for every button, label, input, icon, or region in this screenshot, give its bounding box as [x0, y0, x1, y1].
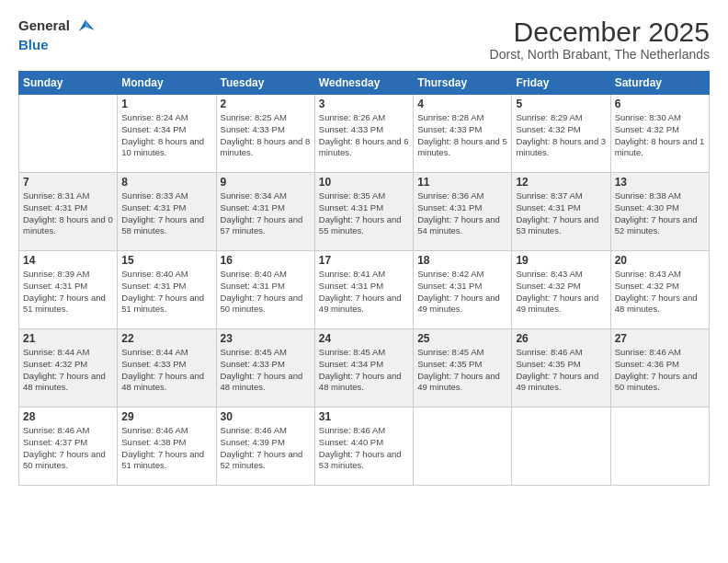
sunrise-text: Sunrise: 8:26 AM	[319, 112, 385, 122]
day-number: 24	[319, 332, 409, 345]
daylight-text: Daylight: 7 hours and 50 minutes.	[615, 371, 698, 393]
daylight-text: Daylight: 7 hours and 52 minutes.	[221, 449, 303, 471]
table-row: 19 Sunrise: 8:43 AM Sunset: 4:32 PM Dayl…	[512, 251, 610, 329]
table-row: 21 Sunrise: 8:44 AM Sunset: 4:32 PM Dayl…	[19, 329, 118, 408]
day-number: 31	[319, 410, 409, 423]
sunrise-text: Sunrise: 8:46 AM	[516, 347, 582, 357]
daylight-text: Daylight: 7 hours and 48 minutes.	[221, 371, 303, 393]
sunrise-text: Sunrise: 8:28 AM	[417, 112, 483, 122]
table-row: 2 Sunrise: 8:25 AM Sunset: 4:33 PM Dayli…	[216, 95, 314, 173]
daylight-text: Daylight: 8 hours and 8 minutes.	[221, 136, 311, 158]
day-detail: Sunrise: 8:46 AM Sunset: 4:35 PM Dayligh…	[516, 347, 606, 394]
day-detail: Sunrise: 8:31 AM Sunset: 4:31 PM Dayligh…	[23, 190, 113, 237]
daylight-text: Daylight: 7 hours and 48 minutes.	[319, 371, 402, 393]
sunset-text: Sunset: 4:36 PM	[615, 359, 679, 369]
daylight-text: Daylight: 7 hours and 48 minutes.	[23, 371, 106, 393]
day-detail: Sunrise: 8:33 AM Sunset: 4:31 PM Dayligh…	[121, 190, 211, 237]
daylight-text: Daylight: 8 hours and 3 minutes.	[516, 136, 606, 158]
sunset-text: Sunset: 4:31 PM	[417, 202, 482, 213]
daylight-text: Daylight: 7 hours and 51 minutes.	[121, 293, 204, 315]
main-title: December 2025	[490, 17, 710, 47]
day-detail: Sunrise: 8:44 AM Sunset: 4:32 PM Dayligh…	[23, 347, 113, 394]
daylight-text: Daylight: 7 hours and 53 minutes.	[319, 449, 402, 471]
sunset-text: Sunset: 4:32 PM	[516, 281, 580, 291]
daylight-text: Daylight: 7 hours and 54 minutes.	[417, 214, 500, 236]
day-detail: Sunrise: 8:44 AM Sunset: 4:33 PM Dayligh…	[121, 347, 211, 394]
sunrise-text: Sunrise: 8:40 AM	[121, 269, 188, 279]
sunrise-text: Sunrise: 8:24 AM	[121, 112, 188, 122]
day-detail: Sunrise: 8:45 AM Sunset: 4:35 PM Dayligh…	[417, 347, 507, 394]
day-number: 4	[417, 98, 507, 110]
day-number: 16	[221, 254, 311, 267]
day-detail: Sunrise: 8:25 AM Sunset: 4:33 PM Dayligh…	[221, 112, 311, 159]
sunset-text: Sunset: 4:33 PM	[221, 124, 285, 134]
sunset-text: Sunset: 4:31 PM	[121, 202, 186, 213]
sunset-text: Sunset: 4:31 PM	[221, 281, 285, 291]
daylight-text: Daylight: 7 hours and 58 minutes.	[121, 214, 204, 236]
sunrise-text: Sunrise: 8:30 AM	[615, 112, 681, 122]
sunrise-text: Sunrise: 8:46 AM	[221, 425, 287, 435]
sunrise-text: Sunrise: 8:29 AM	[516, 112, 582, 122]
sunset-text: Sunset: 4:31 PM	[221, 202, 285, 213]
day-detail: Sunrise: 8:45 AM Sunset: 4:33 PM Dayligh…	[221, 347, 311, 394]
logo: General Blue	[18, 17, 96, 53]
table-row	[414, 408, 512, 486]
table-row: 25 Sunrise: 8:45 AM Sunset: 4:35 PM Dayl…	[414, 329, 512, 408]
daylight-text: Daylight: 7 hours and 49 minutes.	[319, 293, 402, 315]
table-row	[19, 95, 118, 173]
day-detail: Sunrise: 8:26 AM Sunset: 4:33 PM Dayligh…	[319, 112, 409, 159]
sunset-text: Sunset: 4:33 PM	[417, 124, 482, 134]
table-row: 13 Sunrise: 8:38 AM Sunset: 4:30 PM Dayl…	[610, 173, 709, 251]
day-number: 18	[417, 254, 507, 267]
table-row	[610, 408, 709, 486]
day-detail: Sunrise: 8:24 AM Sunset: 4:34 PM Dayligh…	[121, 112, 211, 159]
sunset-text: Sunset: 4:33 PM	[221, 359, 285, 369]
day-number: 14	[23, 254, 113, 267]
day-number: 5	[516, 98, 606, 110]
table-row: 1 Sunrise: 8:24 AM Sunset: 4:34 PM Dayli…	[118, 95, 216, 173]
daylight-text: Daylight: 7 hours and 52 minutes.	[615, 214, 698, 236]
day-number: 6	[615, 98, 705, 110]
sunset-text: Sunset: 4:40 PM	[319, 437, 383, 447]
sunrise-text: Sunrise: 8:33 AM	[121, 190, 188, 201]
daylight-text: Daylight: 7 hours and 50 minutes.	[23, 449, 106, 471]
header-area: General Blue December 2025 Dorst, North …	[18, 17, 710, 62]
day-number: 15	[121, 254, 211, 267]
day-number: 1	[121, 98, 211, 110]
daylight-text: Daylight: 7 hours and 57 minutes.	[221, 214, 303, 236]
daylight-text: Daylight: 7 hours and 55 minutes.	[319, 214, 402, 236]
day-detail: Sunrise: 8:43 AM Sunset: 4:32 PM Dayligh…	[615, 269, 705, 316]
sunrise-text: Sunrise: 8:31 AM	[23, 190, 89, 201]
table-row: 6 Sunrise: 8:30 AM Sunset: 4:32 PM Dayli…	[610, 95, 709, 173]
table-row: 30 Sunrise: 8:46 AM Sunset: 4:39 PM Dayl…	[216, 408, 314, 486]
calendar-week-row: 21 Sunrise: 8:44 AM Sunset: 4:32 PM Dayl…	[19, 329, 710, 408]
sunset-text: Sunset: 4:31 PM	[319, 202, 383, 213]
day-detail: Sunrise: 8:36 AM Sunset: 4:31 PM Dayligh…	[417, 190, 507, 237]
sunrise-text: Sunrise: 8:38 AM	[615, 190, 681, 201]
daylight-text: Daylight: 7 hours and 53 minutes.	[516, 214, 598, 236]
sunset-text: Sunset: 4:33 PM	[319, 124, 383, 134]
table-row: 15 Sunrise: 8:40 AM Sunset: 4:31 PM Dayl…	[118, 251, 216, 329]
page: General Blue December 2025 Dorst, North …	[0, 0, 728, 563]
sunset-text: Sunset: 4:31 PM	[121, 281, 186, 291]
day-detail: Sunrise: 8:28 AM Sunset: 4:33 PM Dayligh…	[417, 112, 507, 159]
sunrise-text: Sunrise: 8:46 AM	[319, 425, 385, 435]
table-row: 20 Sunrise: 8:43 AM Sunset: 4:32 PM Dayl…	[610, 251, 709, 329]
day-number: 12	[516, 176, 606, 189]
daylight-text: Daylight: 7 hours and 49 minutes.	[417, 371, 500, 393]
day-number: 11	[417, 176, 507, 189]
day-number: 3	[319, 98, 409, 110]
sunset-text: Sunset: 4:32 PM	[615, 281, 679, 291]
title-area: December 2025 Dorst, North Brabant, The …	[490, 17, 710, 62]
sunrise-text: Sunrise: 8:40 AM	[221, 269, 287, 279]
sunrise-text: Sunrise: 8:39 AM	[23, 269, 89, 279]
col-wednesday: Wednesday	[314, 72, 413, 95]
logo-general-text: General	[18, 17, 96, 37]
day-detail: Sunrise: 8:45 AM Sunset: 4:34 PM Dayligh…	[319, 347, 409, 394]
table-row: 12 Sunrise: 8:37 AM Sunset: 4:31 PM Dayl…	[512, 173, 610, 251]
day-detail: Sunrise: 8:40 AM Sunset: 4:31 PM Dayligh…	[121, 269, 211, 316]
day-number: 26	[516, 332, 606, 345]
table-row: 22 Sunrise: 8:44 AM Sunset: 4:33 PM Dayl…	[118, 329, 216, 408]
daylight-text: Daylight: 8 hours and 10 minutes.	[121, 136, 204, 158]
daylight-text: Daylight: 7 hours and 48 minutes.	[615, 293, 698, 315]
